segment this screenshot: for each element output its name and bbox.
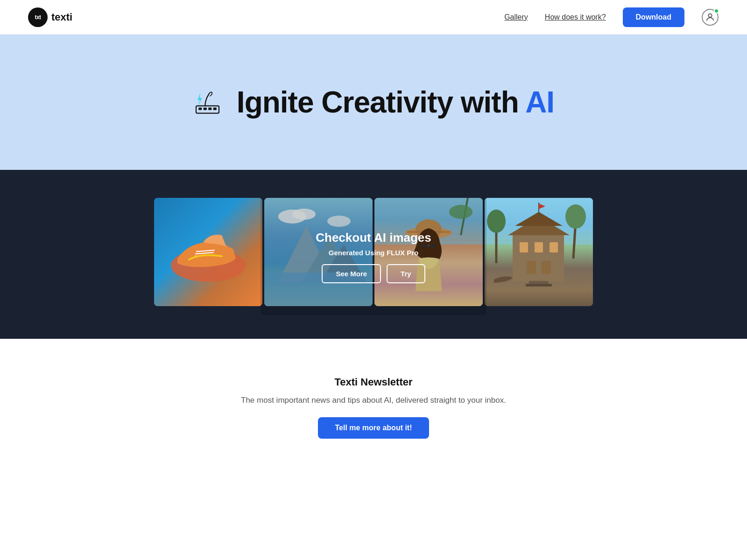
newsletter-title: Texti Newsletter — [334, 376, 412, 388]
logo-name: texti — [51, 11, 72, 23]
hero-ai-text: AI — [525, 85, 554, 119]
overlay-subtitle: Generated Using FLUX Pro — [329, 249, 419, 257]
svg-rect-41 — [550, 242, 558, 252]
overlay-buttons: See More Try — [322, 264, 425, 283]
user-avatar[interactable] — [701, 8, 719, 26]
svg-point-35 — [565, 204, 586, 229]
nav-links: Gallery How does it work? Download — [504, 7, 719, 27]
gallery-overlay: Checkout AI images Generated Using FLUX … — [261, 198, 486, 315]
see-more-button[interactable]: See More — [322, 264, 381, 283]
svg-point-0 — [708, 14, 712, 17]
svg-rect-3 — [204, 107, 207, 110]
newsletter-section: Texti Newsletter The most important news… — [0, 339, 747, 485]
svg-rect-46 — [529, 281, 549, 284]
nav-how-link[interactable]: How does it work? — [545, 13, 606, 21]
hero-section: Ignite Creativity with AI — [0, 35, 747, 170]
gallery-image-shoes — [154, 198, 262, 306]
gallery-section: Checkout AI images Generated Using FLUX … — [0, 170, 747, 339]
svg-rect-5 — [213, 107, 217, 110]
svg-rect-42 — [527, 261, 536, 274]
overlay-title: Checkout AI images — [316, 231, 431, 245]
svg-rect-47 — [526, 284, 552, 287]
images-row: Checkout AI images Generated Using FLUX … — [140, 198, 607, 306]
svg-rect-43 — [542, 261, 551, 274]
logo-area[interactable]: txt texti — [28, 7, 72, 27]
svg-rect-2 — [198, 107, 202, 110]
hero-title: Ignite Creativity with AI — [237, 85, 554, 119]
hero-icon — [193, 86, 226, 119]
newsletter-description: The most important news and tips about A… — [241, 396, 506, 405]
svg-rect-4 — [208, 107, 211, 110]
navbar: txt texti Gallery How does it work? Down… — [0, 0, 747, 35]
svg-rect-39 — [520, 242, 528, 252]
gallery-image-house — [485, 198, 593, 306]
try-button[interactable]: Try — [387, 264, 425, 283]
logo-badge: txt — [28, 7, 48, 27]
svg-point-33 — [487, 210, 506, 233]
svg-rect-40 — [535, 242, 543, 252]
newsletter-cta-button[interactable]: Tell me more about it! — [318, 417, 429, 439]
user-online-dot — [714, 8, 719, 14]
download-button[interactable]: Download — [623, 7, 684, 27]
nav-gallery-link[interactable]: Gallery — [504, 13, 528, 21]
